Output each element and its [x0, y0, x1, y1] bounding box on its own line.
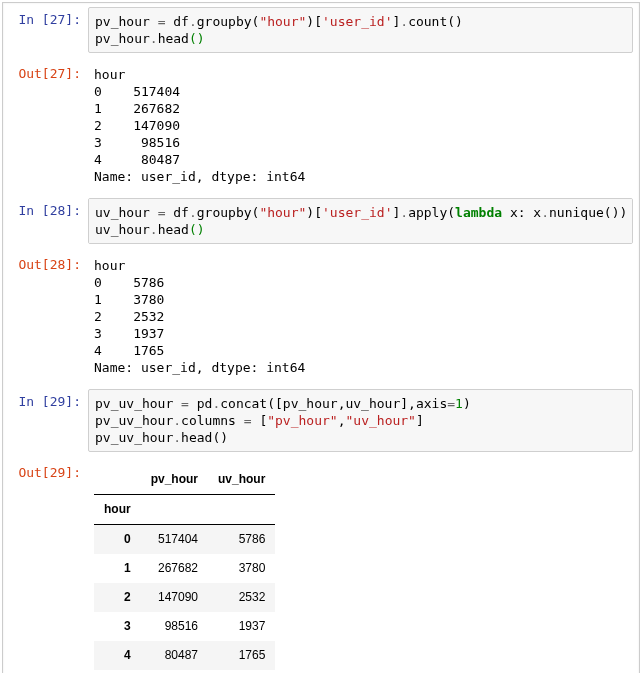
code-input-29[interactable]: pv_uv_hour = pd.concat([pv_hour,uv_hour]… [88, 389, 633, 452]
in-prompt-29: In [29]: [3, 389, 88, 414]
cell-28-out: Out[28]: hour 0 5786 1 3780 2 2532 3 193… [3, 248, 639, 385]
code-input-27[interactable]: pv_hour = df.groupby("hour")['user_id'].… [88, 7, 633, 53]
table-row: 3985161937 [94, 612, 275, 641]
table-row-index: 3 [94, 612, 141, 641]
table-col-0: pv_hour [141, 465, 208, 495]
table-row: 21470902532 [94, 583, 275, 612]
cell-28-in: In [28]: uv_hour = df.groupby("hour")['u… [3, 194, 639, 248]
cell-27-out: Out[27]: hour 0 517404 1 267682 2 147090… [3, 57, 639, 194]
out-prompt-29: Out[29]: [3, 460, 88, 485]
table-body: 0517404578612676823780214709025323985161… [94, 525, 275, 671]
dataframe-output-29: pv_hour uv_hour hour 0517404578612676823… [88, 460, 639, 673]
notebook: In [27]: pv_hour = df.groupby("hour")['u… [2, 2, 640, 673]
table-header-row: pv_hour uv_hour [94, 465, 275, 495]
table-cell: 2532 [208, 583, 275, 612]
table-row: 12676823780 [94, 554, 275, 583]
table-cell: 3780 [208, 554, 275, 583]
table-cell: 98516 [141, 612, 208, 641]
table-cell: 517404 [141, 525, 208, 555]
in-prompt-28: In [28]: [3, 198, 88, 223]
table-row-index: 2 [94, 583, 141, 612]
cell-29-out: Out[29]: pv_hour uv_hour hour 051740 [3, 456, 639, 673]
table-cell: 147090 [141, 583, 208, 612]
text-output-28: hour 0 5786 1 3780 2 2532 3 1937 4 1765 … [88, 252, 639, 381]
code-input-28[interactable]: uv_hour = df.groupby("hour")['user_id'].… [88, 198, 633, 244]
table-row-index: 0 [94, 525, 141, 555]
table-cell: 5786 [208, 525, 275, 555]
text-output-27: hour 0 517404 1 267682 2 147090 3 98516 … [88, 61, 639, 190]
table-row: 05174045786 [94, 525, 275, 555]
cell-29-in: In [29]: pv_uv_hour = pd.concat([pv_hour… [3, 385, 639, 456]
table-row-index: 4 [94, 641, 141, 670]
table-cell: 267682 [141, 554, 208, 583]
table-cell: 80487 [141, 641, 208, 670]
cell-27-in: In [27]: pv_hour = df.groupby("hour")['u… [3, 3, 639, 57]
table-col-1: uv_hour [208, 465, 275, 495]
dataframe-table: pv_hour uv_hour hour 0517404578612676823… [94, 465, 275, 670]
table-row-index: 1 [94, 554, 141, 583]
out-prompt-27: Out[27]: [3, 61, 88, 86]
table-cell: 1937 [208, 612, 275, 641]
out-prompt-28: Out[28]: [3, 252, 88, 277]
table-index-name: hour [94, 495, 141, 525]
table-row: 4804871765 [94, 641, 275, 670]
table-index-name-row: hour [94, 495, 275, 525]
in-prompt-27: In [27]: [3, 7, 88, 32]
table-cell: 1765 [208, 641, 275, 670]
table-header-blank [94, 465, 141, 495]
